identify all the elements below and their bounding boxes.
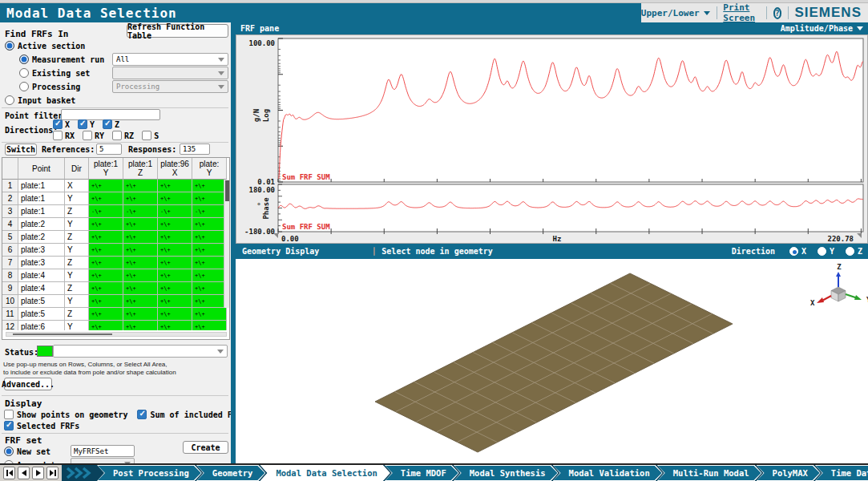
tab-time-mdof[interactable]: Time MDOF [385,465,459,481]
frf-cell[interactable]: +\+ [123,295,158,308]
geometry-view[interactable]: ZYX [236,259,868,463]
table-row[interactable]: 2plate:1Y+\++\++\++\+ [2,192,229,205]
tab-modal-validation[interactable]: Modal Validation [553,465,663,481]
frf-cell[interactable]: +\+ [89,218,123,231]
input-basket-radio[interactable] [5,95,14,105]
frf-cell[interactable]: +\+ [123,321,158,330]
column-header[interactable]: plate:Y [192,158,227,180]
direction-checkbox-z[interactable] [103,119,112,129]
table-row[interactable]: 12plate:6Y+\++\++\++\+ [2,321,229,330]
help-icon[interactable]: ? [773,7,781,19]
upper-lower-dropdown[interactable]: Upper/Lower [641,8,710,18]
table-row[interactable]: 8plate:4Y+\++\++\++\+ [2,269,229,282]
frf-cell[interactable]: +\+ [123,218,158,231]
column-header[interactable]: plate:1Z [123,158,158,180]
refresh-function-table-button[interactable]: Refresh Function Table [127,24,228,38]
frf-cell[interactable]: +\+ [89,295,123,308]
frf-cell[interactable]: +\+ [89,244,123,257]
direction-checkbox-y[interactable] [78,119,87,129]
geom-direction-radio[interactable] [818,247,826,256]
frf-cell[interactable]: -\+ [89,205,123,218]
frf-cell[interactable]: +\+ [123,257,158,269]
frf-cell[interactable]: +\+ [89,231,123,244]
existing-set-combo[interactable] [112,67,228,79]
switch-button[interactable]: Switch [5,143,37,156]
frf-cell[interactable]: +\+ [158,244,192,257]
direction-checkbox-s[interactable] [142,131,151,140]
table-row[interactable]: 9plate:4Z+\++\++\++\+ [2,282,229,295]
geom-direction-y[interactable]: Y [818,247,834,256]
column-header[interactable]: plate:96X [158,158,192,180]
frf-cell[interactable]: +\+ [158,282,192,295]
direction-checkbox-rz[interactable] [112,131,122,140]
frf-cell[interactable]: +\+ [89,321,123,330]
tab-post-processing[interactable]: Post Processing [97,465,202,481]
direction-checkbox-x[interactable] [53,119,63,129]
frf-cell[interactable]: +\+ [192,257,227,269]
frf-cell[interactable]: +\+ [192,218,227,231]
frf-cell[interactable]: +\+ [158,192,192,205]
tab-modal-synthesis[interactable]: Modal Synthesis [454,465,559,481]
display-checkbox[interactable] [137,410,147,419]
frf-cell[interactable]: +\+ [158,321,192,330]
direction-checkbox-rx[interactable] [53,131,63,140]
frf-cell[interactable]: +\+ [158,257,192,269]
frf-cell[interactable]: +\+ [123,180,158,192]
frf-cell[interactable]: +\+ [192,321,227,330]
table-row[interactable]: 7plate:3Z+\++\++\++\+ [2,257,229,269]
advanced-button[interactable]: Advanced... [4,378,52,390]
frf-selection-table[interactable]: PointDirplate:1Yplate:1Zplate:96Xplate:Y… [2,157,230,340]
status-combo[interactable] [53,345,228,358]
table-row[interactable]: 10plate:5Y+\++\++\++\+ [2,295,229,308]
frf-cell[interactable]: +\+ [89,257,123,269]
active-section-radio[interactable] [5,41,14,51]
frf-cell[interactable]: +\+ [89,269,123,282]
processing-combo[interactable]: Processing [112,80,228,93]
column-header[interactable]: Point [18,158,65,180]
frf-cell[interactable]: -\+ [123,205,158,218]
frf-plot[interactable]: 100.00 0.01 180.00 -180.00 0.00 Hz 220.7… [236,34,868,244]
next-worksheet-button[interactable] [32,467,44,479]
table-vertical-scrollbar[interactable] [224,180,229,308]
tab-time-data-selection[interactable]: Time Data Selection [815,465,868,481]
existing-set-radio[interactable] [19,68,29,78]
amplitude-phase-dropdown[interactable]: Amplitude/Phase [781,24,863,33]
table-horizontal-scrollbar[interactable] [6,332,227,337]
frf-cell[interactable]: +\+ [158,180,192,192]
tab-polymax[interactable]: PolyMAX [757,465,821,481]
display-checkbox[interactable] [4,410,14,419]
column-header[interactable]: Dir [65,158,89,180]
table-row[interactable]: 5plate:2Z+\++\++\++\+ [2,231,229,244]
responses-value[interactable] [180,143,210,155]
table-row[interactable]: 11plate:5Z+\++\++\++\+ [2,308,229,321]
frf-cell[interactable]: +\+ [123,244,158,257]
select-node-checkbox[interactable] [373,247,375,256]
frf-cell[interactable]: +\+ [89,192,123,205]
measurement-run-radio[interactable] [19,55,29,64]
frf-cell[interactable]: +\+ [192,282,227,295]
print-screen-link[interactable]: Print Screen [723,2,760,23]
tab-modal-data-selection[interactable]: Modal Data Selection [260,465,390,481]
column-header[interactable] [2,158,18,180]
display-checkbox[interactable] [4,421,14,430]
frf-cell[interactable]: +\+ [89,180,123,192]
new-set-name-input[interactable] [71,445,135,457]
frf-cell[interactable]: +\+ [89,308,123,321]
frf-cell[interactable]: +\+ [123,192,158,205]
frf-cell[interactable]: +\+ [192,180,227,192]
frf-cell[interactable]: +\+ [192,244,227,257]
new-set-radio[interactable] [4,447,14,456]
tab-geometry[interactable]: Geometry [196,465,266,481]
table-row[interactable]: 4plate:2Y+\++\++\++\+ [2,218,229,231]
frf-cell[interactable]: +\+ [192,295,227,308]
frf-cell[interactable]: +\+ [158,231,192,244]
frf-cell[interactable]: +\+ [123,231,158,244]
frf-cell[interactable]: -\+ [158,205,192,218]
frf-cell[interactable]: -\+ [192,205,227,218]
frf-cell[interactable]: +\+ [123,308,158,321]
geom-direction-z[interactable]: Z [846,247,862,256]
direction-checkbox-ry[interactable] [83,131,92,140]
tab-multi-run-modal[interactable]: Multi-Run Modal [657,465,762,481]
frf-cell[interactable]: +\+ [158,218,192,231]
references-value[interactable] [96,143,122,155]
